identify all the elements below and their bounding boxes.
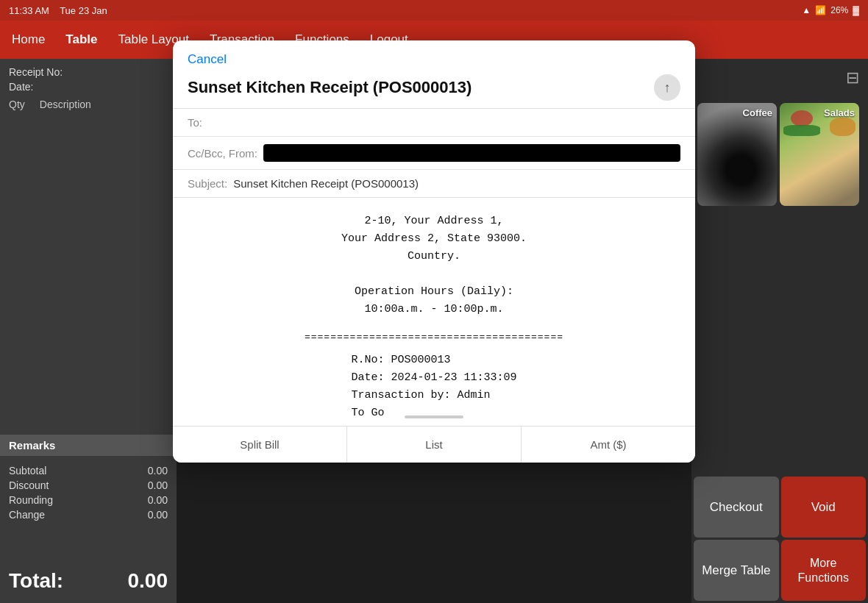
battery-icon: ▓ — [853, 5, 859, 15]
category-coffee[interactable]: Coffee — [697, 103, 777, 206]
receipt-no-label: Receipt No: — [9, 66, 168, 78]
upload-button[interactable]: ↑ — [654, 74, 680, 101]
to-field: To: — [173, 109, 695, 137]
remarks-bar: Remarks — [0, 435, 177, 456]
nav-home[interactable]: Home — [12, 32, 45, 47]
bottom-buttons: Checkout Void Merge Table More Functions — [691, 474, 868, 603]
status-time-date: 11:33 AM Tue 23 Jan — [9, 5, 107, 16]
coffee-label: Coffee — [743, 107, 772, 118]
qty-header: Qty — [9, 99, 25, 110]
modal-header: Cancel Sunset Kitchen Receipt (POS000013… — [173, 40, 695, 109]
to-label: To: — [188, 116, 254, 129]
tab-amt[interactable]: Amt ($) — [522, 427, 695, 463]
receipt-divider: ======================================== — [188, 330, 680, 346]
column-headers: Qty Description — [9, 99, 168, 110]
date-label: Date: — [9, 81, 168, 93]
ccbcc-input[interactable] — [263, 144, 680, 162]
modal-bottom-bar: Split Bill List Amt ($) — [173, 426, 695, 463]
status-bar: 11:33 AM Tue 23 Jan ▲ 📶 26% ▓ — [0, 0, 868, 21]
discount-row: Discount 0.00 — [9, 479, 168, 491]
search-area: ⊟ — [691, 59, 868, 97]
void-button[interactable]: Void — [781, 477, 867, 538]
receipt-address: 2-10, Your Address 1, Your Address 2, St… — [188, 213, 680, 318]
merge-table-button[interactable]: Merge Table — [694, 540, 779, 601]
ccbcc-label: Cc/Bcc, From: — [188, 147, 257, 160]
battery-percentage: 26% — [830, 5, 848, 15]
tab-split-bill[interactable]: Split Bill — [173, 427, 347, 463]
wifi-icon: 📶 — [815, 5, 826, 15]
nav-table[interactable]: Table — [65, 32, 97, 47]
category-salads[interactable]: Salads — [780, 103, 859, 206]
description-header: Description — [40, 99, 91, 110]
ccbcc-field: Cc/Bcc, From: — [173, 137, 695, 170]
more-functions-button[interactable]: More Functions — [781, 540, 867, 601]
subtotal-row: Subtotal 0.00 — [9, 465, 168, 477]
to-input[interactable] — [260, 116, 680, 129]
receipt-body: 2-10, Your Address 1, Your Address 2, St… — [173, 198, 695, 463]
subject-value: Sunset Kitchen Receipt (POS000013) — [233, 177, 419, 190]
financials-panel: Subtotal 0.00 Discount 0.00 Rounding 0.0… — [0, 459, 177, 529]
location-icon: ▲ — [802, 5, 811, 15]
receipt-details: R.No: POS000013 Date: 2024-01-23 11:33:0… — [351, 352, 516, 422]
modal-title: Sunset Kitchen Receipt (POS000013) — [188, 78, 472, 97]
checkout-button[interactable]: Checkout — [694, 477, 779, 538]
cancel-button[interactable]: Cancel — [188, 52, 680, 67]
change-row: Change 0.00 — [9, 509, 168, 521]
rounding-row: Rounding 0.00 — [9, 494, 168, 506]
subject-label: Subject: — [188, 177, 227, 190]
subject-field: Subject: Sunset Kitchen Receipt (POS0000… — [173, 170, 695, 198]
salads-label: Salads — [824, 107, 855, 118]
tab-list[interactable]: List — [347, 427, 522, 463]
total-bar: Total: 0.00 — [0, 559, 177, 603]
search-icon[interactable]: ⊟ — [846, 68, 859, 88]
drag-handle — [405, 415, 463, 418]
email-modal: Cancel Sunset Kitchen Receipt (POS000013… — [173, 40, 695, 463]
category-row: Coffee Salads — [691, 97, 868, 212]
